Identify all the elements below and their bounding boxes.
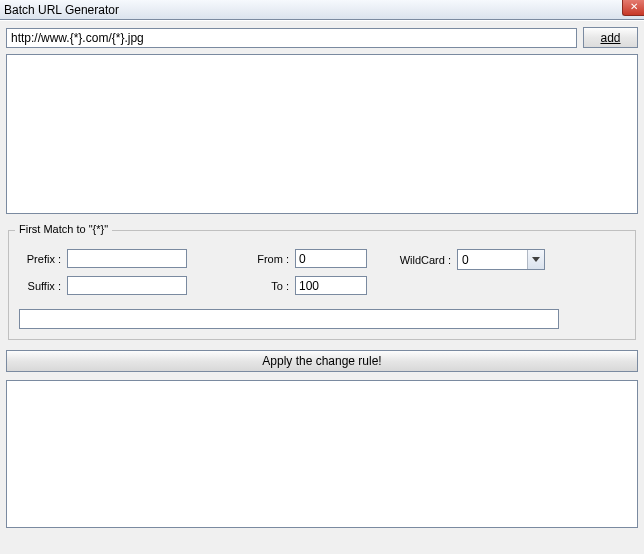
window-title: Batch URL Generator [4, 3, 119, 17]
add-button[interactable]: add [583, 27, 638, 48]
wildcard-label: WildCard : [391, 254, 453, 266]
fields-row: Prefix : Suffix : From : To : WildCard :… [19, 249, 625, 295]
suffix-label: Suffix : [19, 280, 63, 292]
close-button[interactable]: ✕ [622, 0, 644, 16]
wildcard-value: 0 [458, 253, 527, 267]
prefix-input[interactable] [67, 249, 187, 268]
rule-preview-input[interactable] [19, 309, 559, 329]
title-bar: Batch URL Generator ✕ [0, 0, 644, 20]
url-pattern-input[interactable] [6, 28, 577, 48]
wildcard-combobox[interactable]: 0 [457, 249, 545, 270]
from-label: From : [247, 253, 291, 265]
url-list-box[interactable] [6, 54, 638, 214]
from-input[interactable] [295, 249, 367, 268]
apply-rule-button[interactable]: Apply the change rule! [6, 350, 638, 372]
suffix-input[interactable] [67, 276, 187, 295]
close-icon: ✕ [630, 1, 638, 12]
to-input[interactable] [295, 276, 367, 295]
output-list-box[interactable] [6, 380, 638, 528]
url-row: add [6, 27, 638, 48]
from-to-column: From : To : [247, 249, 367, 295]
wildcard-column: WildCard : 0 [391, 249, 547, 270]
first-match-group: First Match to "{*}" Prefix : Suffix : F… [8, 230, 636, 340]
prefix-label: Prefix : [19, 253, 63, 265]
window-content: add First Match to "{*}" Prefix : Suffix… [0, 20, 644, 554]
to-label: To : [247, 280, 291, 292]
group-legend: First Match to "{*}" [15, 223, 112, 235]
prefix-suffix-column: Prefix : Suffix : [19, 249, 187, 295]
chevron-down-icon [527, 250, 544, 269]
